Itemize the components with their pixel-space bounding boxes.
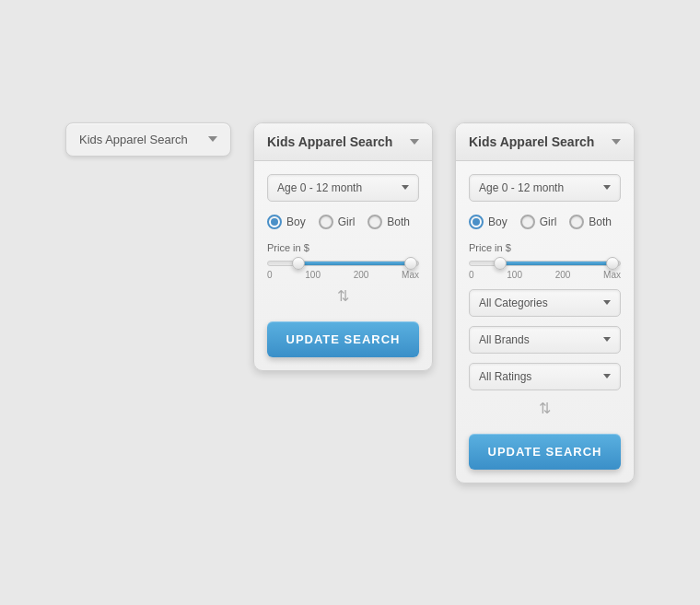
radio-3-boy-label: Boy <box>488 215 508 228</box>
radio-boy-label: Boy <box>286 215 306 228</box>
slider-label-200: 200 <box>354 270 369 280</box>
age-dropdown[interactable]: Age 0 - 12 month <box>267 174 419 202</box>
radio-3-girl[interactable]: Girl <box>520 215 557 229</box>
radio-3-girl-circle <box>520 215 535 229</box>
slider-thumb-left[interactable] <box>292 257 305 270</box>
widget-simple-title: Kids Apparel Search <box>79 133 188 146</box>
radio-3-boy[interactable]: Boy <box>469 215 508 229</box>
slider-labels: 0 100 200 Max <box>267 270 419 280</box>
gender-radio-group: Boy Girl Both <box>267 215 419 229</box>
radio-girl-circle <box>319 215 333 229</box>
slider-3-label-max: Max <box>603 270 621 280</box>
radio-both-circle <box>368 215 382 229</box>
slider-track-3 <box>469 261 621 266</box>
brands-chevron-icon <box>603 337 611 342</box>
ratings-dropdown[interactable]: All Ratings <box>469 363 621 390</box>
price-slider-3[interactable] <box>469 261 621 266</box>
gender-radio-group-3: Boy Girl Both <box>469 215 621 229</box>
age-3-chevron-icon <box>603 185 611 190</box>
slider-labels-3: 0 100 200 Max <box>469 270 621 280</box>
radio-girl[interactable]: Girl <box>319 215 356 229</box>
categories-chevron-icon <box>603 300 611 305</box>
slider-label-0: 0 <box>267 270 273 280</box>
radio-both-label: Both <box>387 215 410 228</box>
radio-3-both-circle <box>569 215 584 229</box>
age-dropdown-3[interactable]: Age 0 - 12 month <box>469 174 621 202</box>
expand-icon-3[interactable]: ⇅ <box>469 400 621 417</box>
panel3-chevron-icon[interactable] <box>612 139 621 145</box>
chevron-down-icon <box>208 136 217 142</box>
panel2-header: Kids Apparel Search <box>254 123 432 161</box>
radio-3-girl-label: Girl <box>540 215 557 228</box>
age-dropdown-3-label: Age 0 - 12 month <box>479 181 564 194</box>
radio-boy-circle <box>267 215 282 229</box>
slider-thumb-right[interactable] <box>404 257 417 270</box>
slider-3-label-100: 100 <box>507 270 522 280</box>
slider-label-max: Max <box>402 270 419 280</box>
radio-girl-label: Girl <box>338 215 356 228</box>
slider-3-label-200: 200 <box>555 270 571 280</box>
slider-fill-3 <box>500 262 612 265</box>
update-search-button-3[interactable]: UPDATE SEARCH <box>469 434 621 470</box>
slider-fill <box>298 262 411 265</box>
ratings-label: All Ratings <box>479 370 531 383</box>
panel3-body: Age 0 - 12 month Boy Girl Both <box>456 161 634 483</box>
price-label: Price in $ <box>267 242 419 253</box>
radio-boy[interactable]: Boy <box>267 215 306 229</box>
categories-label: All Categories <box>479 297 548 309</box>
slider-track <box>267 261 419 266</box>
age-chevron-icon <box>402 185 409 190</box>
update-search-button[interactable]: UPDATE SEARCH <box>267 321 419 357</box>
widget-large-panel: Kids Apparel Search Age 0 - 12 month Boy… <box>455 122 635 483</box>
radio-both[interactable]: Both <box>368 215 410 229</box>
slider-thumb-3-right[interactable] <box>606 257 619 270</box>
radio-3-boy-circle <box>469 215 484 229</box>
panel2-title: Kids Apparel Search <box>267 134 392 149</box>
slider-label-100: 100 <box>305 270 321 280</box>
expand-icon[interactable]: ⇅ <box>267 287 419 305</box>
categories-dropdown[interactable]: All Categories <box>469 289 621 317</box>
slider-3-label-0: 0 <box>469 270 474 280</box>
brands-dropdown[interactable]: All Brands <box>469 326 621 354</box>
radio-3-both[interactable]: Both <box>569 215 612 229</box>
price-slider[interactable] <box>267 261 419 266</box>
price-3-label: Price in $ <box>469 242 621 253</box>
widget-simple-dropdown[interactable]: Kids Apparel Search <box>65 122 231 157</box>
panel3-title: Kids Apparel Search <box>469 134 594 149</box>
ratings-chevron-icon <box>603 374 611 378</box>
radio-3-both-label: Both <box>589 215 612 228</box>
slider-thumb-3-left[interactable] <box>494 257 507 270</box>
brands-label: All Brands <box>479 333 530 346</box>
widget-medium-panel: Kids Apparel Search Age 0 - 12 month Boy… <box>253 122 433 371</box>
panel2-chevron-icon[interactable] <box>410 139 419 145</box>
age-dropdown-label: Age 0 - 12 month <box>277 181 362 194</box>
panel2-body: Age 0 - 12 month Boy Girl Both <box>254 161 432 370</box>
panel3-header: Kids Apparel Search <box>456 123 634 161</box>
main-container: Kids Apparel Search Kids Apparel Search … <box>47 104 653 502</box>
